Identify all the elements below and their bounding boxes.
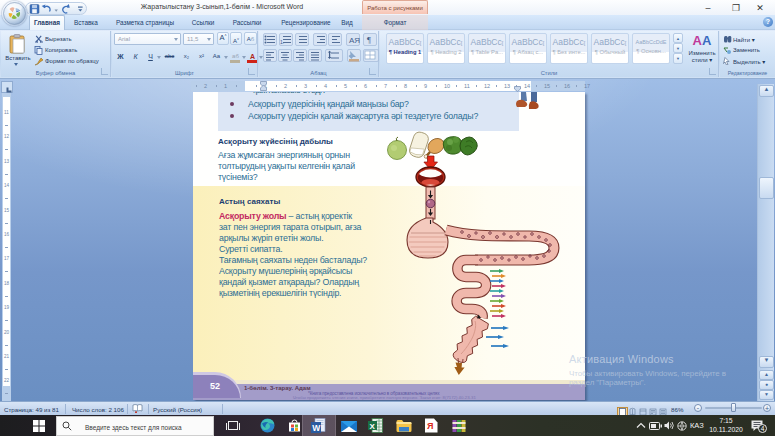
svg-text:¶: ¶ xyxy=(367,35,371,45)
svg-text:АЯ: АЯ xyxy=(349,36,360,45)
svg-text:Я: Я xyxy=(427,421,433,431)
svg-text:X: X xyxy=(370,422,376,431)
svg-text:W: W xyxy=(312,423,321,433)
svg-text:1.: 1. xyxy=(280,39,284,45)
